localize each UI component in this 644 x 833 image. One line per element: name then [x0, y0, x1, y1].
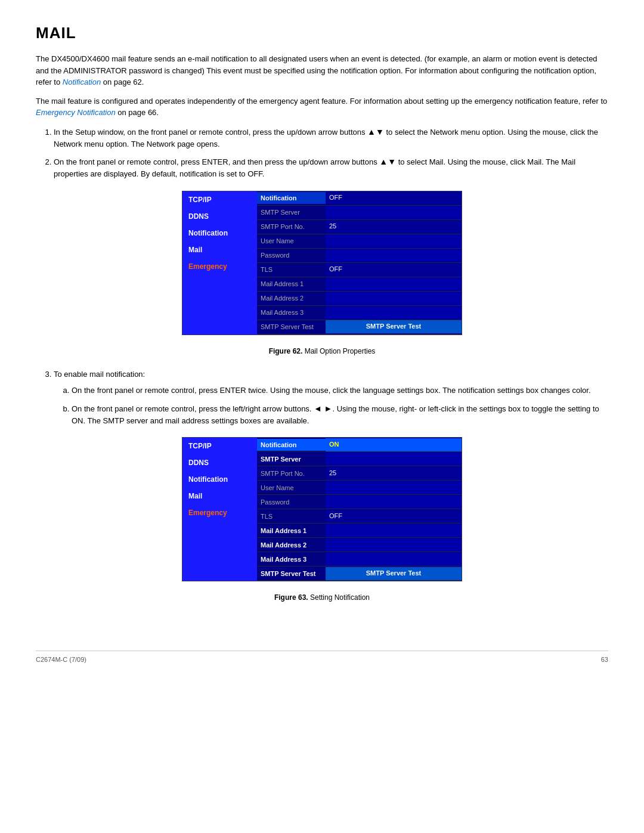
value-smtp-port-fig62[interactable]: 25 [326, 220, 462, 233]
value-username-fig63[interactable] [326, 481, 462, 494]
label-smtp-port-fig62: SMTP Port No. [257, 221, 326, 233]
notification-link[interactable]: Notification [63, 78, 101, 86]
row-mail3-fig62: Mail Address 3 [257, 306, 462, 320]
left-arrow-icon: ◄ [314, 402, 322, 415]
down-arrow-icon-2: ▼ [388, 156, 396, 168]
value-smtp-test-fig63[interactable]: SMTP Server Test [326, 567, 462, 580]
value-mail3-fig63[interactable] [326, 553, 462, 566]
label-password-fig63: Password [257, 496, 326, 508]
row-smtp-port-fig63: SMTP Port No. 25 [257, 466, 462, 481]
step-1: In the Setup window, on the front panel … [54, 126, 608, 150]
sidebar-ddns-fig62[interactable]: DDNS [182, 208, 257, 225]
sidebar-notification-fig63[interactable]: Notification [182, 471, 257, 488]
step3-sublist: On the front panel or remote control, pr… [72, 385, 608, 426]
figure62-content: Notification OFF SMTP Server SMTP Port N… [257, 191, 462, 335]
label-username-fig62: User Name [257, 235, 326, 247]
value-smtp-test-fig62[interactable]: SMTP Server Test [326, 320, 462, 333]
value-mail3-fig62[interactable] [326, 306, 462, 319]
sidebar-notification-fig62[interactable]: Notification [182, 225, 257, 241]
row-mail1-fig62: Mail Address 1 [257, 277, 462, 292]
sidebar-tcpip-fig63[interactable]: TCP/IP [182, 438, 257, 454]
page-title: MAIL [36, 24, 608, 42]
label-tls-fig62: TLS [257, 264, 326, 275]
value-password-fig62[interactable] [326, 249, 462, 262]
label-notification-fig63: Notification [257, 439, 326, 451]
sidebar-tcpip-fig62[interactable]: TCP/IP [182, 191, 257, 208]
label-password-fig62: Password [257, 249, 326, 261]
value-tls-fig63[interactable]: OFF [326, 510, 462, 523]
step3-label: To enable mail notification: [54, 370, 145, 379]
label-smtp-server-fig63: SMTP Server [257, 453, 326, 465]
sidebar-emergency-fig62[interactable]: Emergency [182, 258, 257, 275]
step3-list: To enable mail notification: On the fron… [54, 368, 608, 427]
value-smtp-port-fig63[interactable]: 25 [326, 467, 462, 480]
figure62-caption: Figure 62. Mail Option Properties [36, 346, 608, 357]
intro-paragraph-2: The mail feature is configured and opera… [36, 95, 608, 119]
label-mail2-fig63: Mail Address 2 [257, 539, 326, 551]
steps-list: In the Setup window, on the front panel … [54, 126, 608, 180]
footer-right: 63 [601, 656, 608, 663]
label-mail3-fig62: Mail Address 3 [257, 306, 326, 318]
label-mail3-fig63: Mail Address 3 [257, 553, 326, 565]
value-notification-fig62[interactable]: OFF [326, 191, 462, 205]
label-mail1-fig63: Mail Address 1 [257, 525, 326, 537]
step-3b: On the front panel or remote control, pr… [72, 402, 608, 427]
label-notification-fig62: Notification [257, 192, 326, 204]
label-tls-fig63: TLS [257, 510, 326, 522]
up-arrow-icon-2: ▲ [379, 156, 388, 168]
label-mail2-fig62: Mail Address 2 [257, 292, 326, 304]
row-smtp-server-fig63: SMTP Server [257, 452, 462, 466]
sidebar-ddns-fig63[interactable]: DDNS [182, 454, 257, 471]
label-smtp-test-fig63: SMTP Server Test [257, 568, 326, 580]
value-password-fig63[interactable] [326, 496, 462, 509]
up-arrow-icon: ▲ [367, 126, 376, 138]
label-smtp-port-fig63: SMTP Port No. [257, 467, 326, 479]
value-smtp-server-fig62[interactable] [326, 206, 462, 219]
row-mail2-fig63: Mail Address 2 [257, 538, 462, 552]
step-3a: On the front panel or remote control, pr… [72, 385, 608, 397]
row-mail3-fig63: Mail Address 3 [257, 552, 462, 566]
sidebar-emergency-fig63[interactable]: Emergency [182, 504, 257, 521]
figure62-panel: TCP/IP DDNS Notification Mail Emergency … [182, 191, 462, 335]
row-notification-fig62: Notification OFF [257, 191, 462, 206]
value-notification-fig63[interactable]: ON [326, 438, 462, 451]
figure63-panel: TCP/IP DDNS Notification Mail Emergency … [182, 437, 462, 581]
value-tls-fig62[interactable]: OFF [326, 263, 462, 276]
row-password-fig62: Password [257, 249, 462, 263]
label-smtp-test-fig62: SMTP Server Test [257, 321, 326, 333]
row-mail1-fig63: Mail Address 1 [257, 524, 462, 538]
figure63-sidebar: TCP/IP DDNS Notification Mail Emergency [182, 438, 257, 581]
row-username-fig63: User Name [257, 481, 462, 495]
figure63-caption: Figure 63. Setting Notification [36, 592, 608, 603]
label-mail1-fig62: Mail Address 1 [257, 278, 326, 290]
right-arrow-icon: ► [324, 402, 333, 415]
label-smtp-server-fig62: SMTP Server [257, 206, 326, 218]
row-smtp-server-fig62: SMTP Server [257, 206, 462, 220]
row-smtp-test-fig62: SMTP Server Test SMTP Server Test [257, 320, 462, 335]
footer-left: C2674M-C (7/09) [36, 656, 86, 663]
value-mail1-fig63[interactable] [326, 524, 462, 537]
row-tls-fig63: TLS OFF [257, 509, 462, 524]
row-password-fig63: Password [257, 495, 462, 509]
step-2: On the front panel or remote control, pr… [54, 156, 608, 180]
row-username-fig62: User Name [257, 234, 462, 249]
label-username-fig63: User Name [257, 482, 326, 494]
row-mail2-fig62: Mail Address 2 [257, 292, 462, 306]
row-tls-fig62: TLS OFF [257, 263, 462, 277]
down-arrow-icon: ▼ [376, 126, 384, 138]
intro-paragraph-1: The DX4500/DX4600 mail feature sends an … [36, 53, 608, 88]
step-3: To enable mail notification: On the fron… [54, 368, 608, 427]
value-username-fig62[interactable] [326, 234, 462, 247]
sidebar-mail-fig63[interactable]: Mail [182, 488, 257, 504]
figure63-content: Notification ON SMTP Server SMTP Port No… [257, 438, 462, 581]
value-mail2-fig62[interactable] [326, 292, 462, 305]
sidebar-mail-fig62[interactable]: Mail [182, 241, 257, 258]
row-smtp-test-fig63: SMTP Server Test SMTP Server Test [257, 566, 462, 581]
emergency-notification-link[interactable]: Emergency Notification [36, 108, 116, 117]
row-smtp-port-fig62: SMTP Port No. 25 [257, 220, 462, 234]
value-smtp-server-fig63[interactable] [326, 453, 462, 466]
value-mail1-fig62[interactable] [326, 277, 462, 290]
figure62-sidebar: TCP/IP DDNS Notification Mail Emergency [182, 191, 257, 335]
value-mail2-fig63[interactable] [326, 538, 462, 552]
page-footer: C2674M-C (7/09) 63 [36, 651, 608, 663]
